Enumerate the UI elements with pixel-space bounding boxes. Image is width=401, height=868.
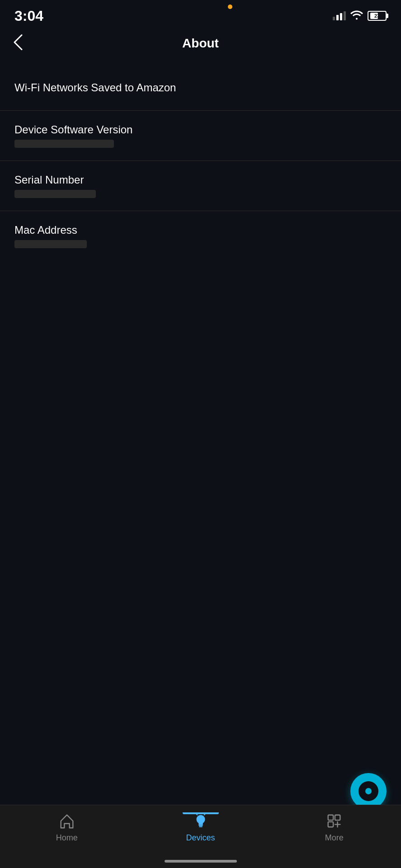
signal-icon [333, 11, 346, 20]
devices-label: Devices [186, 833, 215, 843]
svg-rect-1 [199, 826, 203, 827]
status-time: 3:04 [14, 8, 43, 24]
svg-rect-5 [328, 815, 333, 820]
more-icon [326, 812, 343, 830]
software-version-value [14, 140, 114, 148]
nav-item-devices[interactable]: Devices [134, 812, 268, 843]
active-indicator [183, 812, 219, 814]
bottom-nav: Home Devices More [0, 805, 401, 868]
list-item-serial-number: Serial Number [0, 161, 401, 211]
more-label: More [325, 833, 344, 843]
header: About [0, 27, 401, 60]
svg-rect-0 [198, 825, 203, 826]
alexa-dot [365, 788, 372, 794]
mac-address-label: Mac Address [14, 224, 387, 236]
svg-line-4 [196, 814, 197, 815]
status-bar: 3:04 23 [0, 0, 401, 27]
svg-rect-7 [328, 822, 333, 827]
svg-line-3 [204, 814, 205, 815]
home-icon [58, 812, 75, 830]
nav-item-home[interactable]: Home [0, 812, 134, 843]
alexa-inner-ring [359, 781, 378, 801]
home-indicator [165, 860, 237, 863]
content-area: Wi-Fi Networks Saved to Amazon Device So… [0, 60, 401, 270]
home-label: Home [56, 833, 78, 843]
nav-item-more[interactable]: More [267, 812, 401, 843]
list-item-software-version: Device Software Version [0, 111, 401, 160]
status-icons: 23 [333, 10, 387, 22]
page-title: About [182, 36, 219, 51]
battery-icon: 23 [368, 11, 387, 21]
back-button[interactable] [13, 34, 23, 53]
mac-address-value [14, 240, 87, 248]
alexa-fab-button[interactable] [350, 773, 387, 809]
serial-number-label: Serial Number [14, 174, 387, 186]
svg-rect-6 [335, 815, 340, 820]
serial-number-value [14, 190, 96, 198]
wifi-networks-label: Wi-Fi Networks Saved to Amazon [14, 81, 387, 94]
devices-icon [192, 812, 209, 830]
list-item-wifi[interactable]: Wi-Fi Networks Saved to Amazon [0, 69, 401, 110]
software-version-label: Device Software Version [14, 123, 387, 136]
wifi-icon [350, 10, 363, 22]
list-item-mac-address: Mac Address [0, 211, 401, 261]
